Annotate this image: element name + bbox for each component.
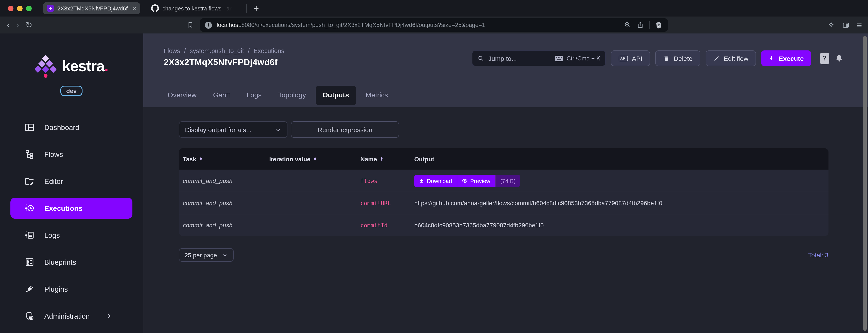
task-cell: commit_and_push [179,177,269,184]
flows-icon [24,149,35,160]
shortcut-hint: Ctrl/Cmd + K [566,55,600,61]
editor-icon [24,176,35,187]
tab-overview[interactable]: Overview [161,85,204,105]
sidebar-toggle-icon[interactable] [842,21,850,29]
api-icon: API [619,55,628,61]
jump-to-search[interactable]: Jump to... Ctrl/Cmd + K [472,50,606,66]
site-info-icon[interactable]: i [205,22,212,28]
breadcrumb-flows[interactable]: Flows [164,47,180,54]
share-icon[interactable] [637,21,644,29]
logo-wordmark: kestra. [62,57,108,75]
scrollbar[interactable] [863,36,867,331]
column-iteration-value[interactable]: Iteration value [269,156,310,162]
breadcrumb-flow-id[interactable]: system.push_to_git [190,47,244,54]
execute-button[interactable]: Execute [762,50,811,66]
api-button[interactable]: API API [611,50,650,66]
reload-icon[interactable]: ↻ [25,21,32,29]
brave-shields-icon[interactable] [655,21,662,29]
environment-badge: dev [61,86,82,96]
sidebar-item-label: Administration [44,312,90,320]
menu-icon[interactable]: ≡ [857,21,862,29]
sidebar-item-logs[interactable]: Logs [10,225,132,246]
outputs-table: Task ▲▼ Iteration value ▲▼ Name ▲▼ Out [179,148,829,236]
kestra-favicon-icon: ◆ [47,5,54,12]
sidebar-item-label: Logs [44,231,60,239]
close-tab-icon[interactable]: × [132,5,136,11]
sort-icon[interactable]: ▲▼ [199,157,203,161]
total-count: Total: 3 [808,251,829,258]
notifications-bell-icon[interactable] [835,54,844,63]
file-actions: Download Preview (74 B) [414,175,520,187]
help-button[interactable]: ? [820,52,829,64]
forward-icon[interactable]: › [16,21,19,29]
output-value: https://github.com/anna-geller/flows/com… [414,199,829,206]
tab-metrics[interactable]: Metrics [359,85,395,105]
task-cell: commit_and_push [179,199,269,206]
tab-logs[interactable]: Logs [240,85,269,105]
download-button[interactable]: Download [414,175,457,187]
logs-icon [24,230,35,241]
sidebar-item-plugins[interactable]: Plugins [10,279,132,300]
sidebar-item-administration[interactable]: Administration [10,306,132,327]
screen: ◆ 2X3x2TMqX5NfvFPDj4wd6f | × changes to … [0,0,868,333]
bookmark-icon[interactable] [187,21,194,29]
window-close-button[interactable] [8,5,13,11]
brave-leo-icon[interactable] [828,21,835,29]
browser-tab-github[interactable]: changes to kestra flows · anna-ge [147,2,239,15]
per-page-select[interactable]: 25 per page [179,248,234,262]
sidebar-item-editor[interactable]: Editor [10,171,132,192]
blueprints-icon [24,257,35,267]
preview-button[interactable]: Preview [457,175,495,187]
column-task[interactable]: Task [183,156,196,162]
window-controls [8,5,32,11]
outputs-panel: Display output for a s... Render express… [143,107,868,333]
jump-to-placeholder: Jump to... [488,55,517,62]
chevron-down-icon [222,252,228,258]
zoom-page-icon[interactable] [624,21,631,29]
pencil-icon [713,55,720,61]
table-header-row: Task ▲▼ Iteration value ▲▼ Name ▲▼ Out [179,148,829,170]
sidebar-item-label: Executions [44,204,83,212]
url-host: localhost [217,22,240,28]
display-output-select[interactable]: Display output for a s... [179,121,287,138]
column-name[interactable]: Name [361,156,377,162]
chevron-right-icon [105,312,112,320]
sidebar-item-blueprints[interactable]: Blueprints [10,252,132,273]
kestra-logo[interactable]: kestra. [35,54,108,78]
tab-outputs[interactable]: Outputs [315,85,356,105]
sort-icon[interactable]: ▲▼ [313,157,317,161]
sidebar-item-label: Flows [44,150,63,159]
tab-title: changes to kestra flows · anna-ge [162,5,232,11]
name-cell: flows [361,177,414,184]
sidebar-item-flows[interactable]: Flows [10,144,132,165]
tab-topology[interactable]: Topology [271,85,313,105]
render-expression-button[interactable]: Render expression [291,121,399,138]
url-text: localhost:8080/ui/executions/system/push… [217,22,485,28]
column-output: Output [414,156,434,162]
breadcrumb-executions[interactable]: Executions [254,47,284,54]
back-icon[interactable]: ‹ [7,21,10,29]
window-zoom-button[interactable] [26,5,32,11]
lightning-icon [769,55,775,62]
execution-tabs: Overview Gantt Logs Topology Outputs Met… [143,83,868,107]
window-minimize-button[interactable] [17,5,23,11]
chevron-down-icon [275,126,281,133]
trash-icon [663,55,670,62]
sidebar-item-dashboard[interactable]: Dashboard [10,117,132,138]
sidebar-item-executions[interactable]: Executions [10,198,132,219]
search-icon [478,55,484,61]
sort-icon[interactable]: ▲▼ [380,157,383,161]
address-bar[interactable]: i localhost:8080/ui/executions/system/pu… [200,18,668,32]
breadcrumb: Flows / system.push_to_git / Executions [164,47,284,54]
tab-gantt[interactable]: Gantt [206,85,237,105]
sidebar-item-label: Blueprints [44,258,76,266]
tab-divider [246,4,247,12]
dashboard-icon [24,122,35,133]
new-tab-button[interactable]: + [254,4,259,13]
browser-tab-kestra[interactable]: ◆ 2X3x2TMqX5NfvFPDj4wd6f | × [43,2,140,15]
edit-flow-button[interactable]: Edit flow [706,50,756,66]
delete-button[interactable]: Delete [655,50,701,66]
table-row: commit_and_push flows Download [179,170,829,192]
scrollbar-thumb[interactable] [863,36,867,331]
eye-icon [462,179,468,183]
